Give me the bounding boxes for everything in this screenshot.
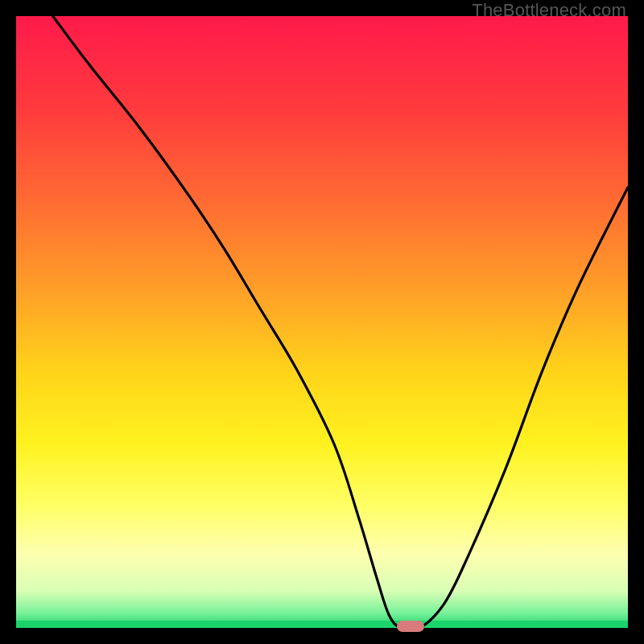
optimum-marker xyxy=(397,621,424,632)
baseline-band xyxy=(16,621,628,628)
chart-frame: TheBottleneck.com xyxy=(0,0,644,644)
chart-svg xyxy=(16,16,628,628)
plot-area xyxy=(16,16,628,628)
watermark-text: TheBottleneck.com xyxy=(472,0,626,21)
gradient-background xyxy=(16,16,628,628)
